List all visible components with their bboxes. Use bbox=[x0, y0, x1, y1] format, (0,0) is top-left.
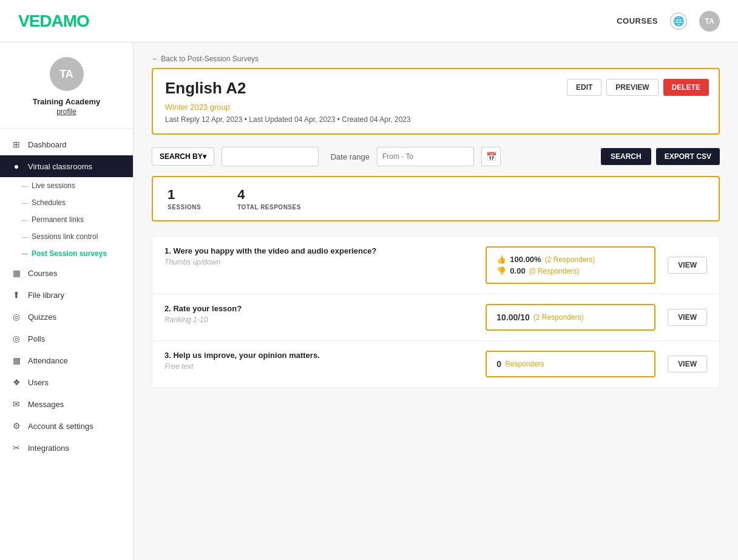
ranking-score: 10.00/10 bbox=[496, 312, 530, 322]
view-button-q1[interactable]: VIEW bbox=[668, 257, 707, 274]
sessions-label: SESSIONS bbox=[168, 204, 201, 211]
sub-item-label: Live sessions bbox=[32, 181, 75, 190]
date-range-input[interactable] bbox=[377, 147, 474, 166]
survey-actions: EDIT PREVIEW DELETE bbox=[567, 79, 709, 96]
question-body: Were you happy with the video and audio … bbox=[173, 246, 376, 255]
sidebar-item-label: Virtual classrooms bbox=[28, 162, 92, 171]
sidebar-item-post-session-surveys[interactable]: Post Session surveys bbox=[22, 245, 133, 262]
question-type: Free text bbox=[164, 362, 473, 371]
sidebar-item-courses[interactable]: ▦ Courses bbox=[0, 262, 133, 284]
dashboard-icon: ⊞ bbox=[11, 140, 22, 149]
preview-button[interactable]: PREVIEW bbox=[606, 79, 658, 96]
back-link[interactable]: ← Back to Post-Session Surveys bbox=[152, 55, 720, 63]
question-body: Rate your lesson? bbox=[173, 304, 242, 313]
profile-link[interactable]: profile bbox=[56, 107, 76, 116]
sidebar-item-file-library[interactable]: ⬆ File library bbox=[0, 284, 133, 306]
sidebar-item-live-sessions[interactable]: Live sessions bbox=[22, 177, 133, 194]
search-row: SEARCH BY▾ Date range 📅 SEARCH EXPORT CS… bbox=[152, 147, 720, 166]
view-button-q2[interactable]: VIEW bbox=[668, 309, 707, 326]
courses-nav-link[interactable]: COURSES bbox=[617, 16, 658, 25]
language-icon[interactable]: 🌐 bbox=[670, 13, 687, 30]
thumbs-down-result: 👎 0.00 (0 Responders) bbox=[496, 266, 645, 275]
question-left: 1. Were you happy with the video and aud… bbox=[152, 246, 486, 284]
export-csv-button[interactable]: EXPORT CSV bbox=[656, 148, 720, 165]
sidebar-item-quizzes[interactable]: ◎ Quizzes bbox=[0, 306, 133, 328]
question-left: 3. Help us improve, your opinion matters… bbox=[152, 351, 486, 377]
users-icon: ❖ bbox=[11, 377, 22, 387]
sidebar-item-label: Quizzes bbox=[28, 312, 56, 322]
sidebar-item-attendance[interactable]: ▦ Attendance bbox=[0, 349, 133, 371]
sidebar-profile: TA Training Academy profile bbox=[0, 42, 133, 129]
messages-icon: ✉ bbox=[11, 399, 22, 409]
freetext-count: 0 bbox=[496, 359, 501, 369]
sidebar-item-label: Messages bbox=[28, 400, 64, 409]
survey-group-link[interactable]: Winter 2023 group bbox=[165, 103, 706, 112]
sidebar-item-label: Integrations bbox=[28, 444, 69, 453]
sidebar-item-label: Users bbox=[28, 378, 49, 387]
sub-item-label: Permanent links bbox=[32, 215, 84, 224]
virtual-classrooms-submenu: Live sessions Schedules Permanent links … bbox=[0, 177, 133, 262]
stats-box: 1 SESSIONS 4 TOTAL RESPONSES bbox=[152, 176, 720, 221]
sidebar-item-integrations[interactable]: ✂ Integrations bbox=[0, 437, 133, 459]
sidebar-item-permanent-links[interactable]: Permanent links bbox=[22, 211, 133, 228]
sidebar-item-sessions-link-control[interactable]: Sessions link control bbox=[22, 228, 133, 245]
main-content: ← Back to Post-Session Surveys English A… bbox=[134, 42, 738, 560]
sidebar-item-virtual-classrooms[interactable]: ● Virtual classrooms bbox=[0, 155, 133, 177]
courses-icon: ▦ bbox=[11, 268, 22, 278]
edit-button[interactable]: EDIT bbox=[567, 79, 601, 96]
sidebar-item-account-settings[interactable]: ⚙ Account & settings bbox=[0, 415, 133, 437]
thumbs-up-result: 👍 100.00% (2 Responders) bbox=[496, 255, 645, 264]
question-type: Thumbs up/down bbox=[164, 258, 473, 266]
sidebar-item-users[interactable]: ❖ Users bbox=[0, 371, 133, 393]
survey-meta: Last Reply 12 Apr, 2023 • Last Updated 0… bbox=[165, 115, 706, 124]
survey-header-box: English A2 Winter 2023 group Last Reply … bbox=[152, 68, 720, 135]
delete-button[interactable]: DELETE bbox=[663, 79, 709, 96]
sidebar-item-messages[interactable]: ✉ Messages bbox=[0, 393, 133, 415]
sidebar-item-label: File library bbox=[28, 291, 64, 300]
question-left: 2. Rate your lesson? Ranking 1-10 bbox=[152, 304, 486, 331]
sidebar-nav: ⊞ Dashboard ● Virtual classrooms Live se… bbox=[0, 129, 133, 548]
thumbs-up-responders: (2 Responders) bbox=[545, 255, 595, 264]
responses-count: 4 bbox=[237, 187, 301, 203]
account-settings-icon: ⚙ bbox=[11, 421, 22, 431]
view-button-q3[interactable]: VIEW bbox=[668, 356, 707, 373]
file-library-icon: ⬆ bbox=[11, 290, 22, 300]
freetext-responders-label: Responders bbox=[505, 360, 544, 368]
sidebar-item-label: Attendance bbox=[28, 356, 68, 365]
thumbs-down-responders: (0 Responders) bbox=[529, 267, 580, 275]
question-action: VIEW bbox=[655, 246, 719, 284]
sidebar-item-polls[interactable]: ◎ Polls bbox=[0, 328, 133, 349]
sidebar-item-label: Polls bbox=[28, 334, 45, 343]
question-text: 3. Help us improve, your opinion matters… bbox=[164, 351, 473, 360]
thumbs-down-pct: 0.00 bbox=[510, 266, 525, 275]
questions-section: 1. Were you happy with the video and aud… bbox=[152, 236, 720, 388]
calendar-icon[interactable]: 📅 bbox=[481, 147, 501, 166]
freetext-result: 0 Responders bbox=[496, 359, 645, 369]
virtual-classrooms-icon: ● bbox=[11, 161, 22, 171]
question-row: 1. Were you happy with the video and aud… bbox=[152, 237, 719, 294]
question-results: 0 Responders bbox=[486, 351, 655, 377]
sidebar: TA Training Academy profile ⊞ Dashboard … bbox=[0, 42, 134, 560]
sidebar-profile-name: Training Academy bbox=[33, 97, 101, 106]
top-navigation: VEDAMO COURSES 🌐 TA bbox=[0, 0, 738, 42]
search-input[interactable] bbox=[222, 147, 319, 166]
sidebar-item-schedules[interactable]: Schedules bbox=[22, 194, 133, 211]
quizzes-icon: ◎ bbox=[11, 312, 22, 322]
question-results: 10.00/10 (2 Responders) bbox=[486, 304, 655, 331]
avatar: TA bbox=[50, 57, 84, 91]
sidebar-item-dashboard[interactable]: ⊞ Dashboard bbox=[0, 133, 133, 155]
search-by-button[interactable]: SEARCH BY▾ bbox=[152, 147, 214, 166]
question-type: Ranking 1-10 bbox=[164, 315, 473, 324]
thumbs-up-pct: 100.00% bbox=[510, 255, 541, 264]
polls-icon: ◎ bbox=[11, 334, 22, 343]
thumbs-down-icon: 👎 bbox=[496, 266, 506, 275]
thumbs-up-icon: 👍 bbox=[496, 255, 506, 264]
search-button[interactable]: SEARCH bbox=[601, 148, 651, 165]
integrations-icon: ✂ bbox=[11, 443, 22, 453]
ranking-responders: (2 Responders) bbox=[533, 313, 584, 322]
question-number: 1. bbox=[164, 246, 171, 255]
sidebar-item-label: Account & settings bbox=[28, 422, 93, 431]
sub-item-label: Post Session surveys bbox=[32, 249, 107, 258]
search-actions: SEARCH EXPORT CSV bbox=[601, 148, 720, 165]
user-avatar-top[interactable]: TA bbox=[699, 11, 720, 32]
